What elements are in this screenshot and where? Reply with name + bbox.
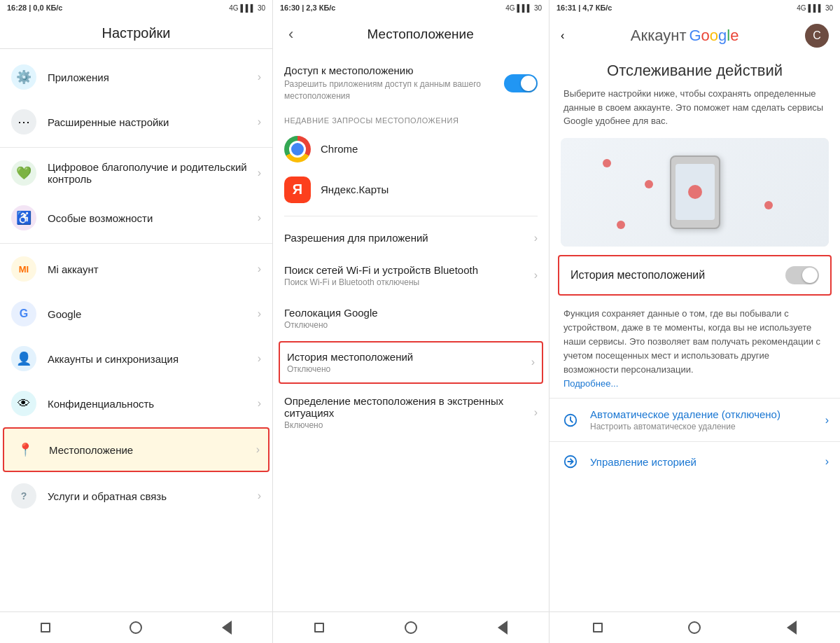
location-back-button[interactable]: ‹ <box>284 24 298 45</box>
privacy-icon: 👁 <box>11 391 36 416</box>
geolocation-text: Геолокация Google Отключено <box>284 307 538 330</box>
advanced-chevron: › <box>258 116 261 128</box>
status-time-settings: 16:28 | 0,0 КБ/с <box>7 4 62 12</box>
wifi-sub: Поиск Wi-Fi и Bluetooth отключены <box>284 277 534 287</box>
battery-icon-g: 30 <box>825 4 833 12</box>
settings-item-accessibility[interactable]: ♿ Особые возможности › <box>0 195 272 240</box>
manage-history-text: Управление историей <box>590 456 825 468</box>
emergency-text: Определение местоположения в экстренных … <box>284 395 534 430</box>
phone-illustration-container <box>670 155 720 229</box>
location-header: ‹ Местоположение <box>273 15 549 53</box>
nav-back-btn-l[interactable] <box>494 619 511 636</box>
location-wifi[interactable]: Поиск сетей Wi-Fi и устройств Bluetooth … <box>273 254 549 297</box>
chrome-app-icon <box>284 136 311 163</box>
history-location-toggle[interactable] <box>785 266 819 284</box>
services-label: Услуги и обратная связь <box>48 490 258 502</box>
status-icons-google: 4G ▌▌▌ 30 <box>797 4 833 12</box>
auto-delete-text: Автоматическое удаление (отключено) Наст… <box>590 408 825 431</box>
nav-recent-btn[interactable] <box>37 619 54 636</box>
map-pin-2 <box>645 180 653 188</box>
location-access-label: Доступ к местоположению Разрешить прилож… <box>284 64 504 102</box>
signal-icon-g: 4G <box>797 4 806 12</box>
accounts-label: Аккаунты и синхронизация <box>48 353 258 365</box>
google-logo: Google <box>689 27 738 45</box>
map-pin-1 <box>603 159 611 167</box>
manage-history-label: Управление историей <box>590 456 825 468</box>
nav-circle-icon-g <box>688 621 701 634</box>
history-sub: Отключено <box>287 364 531 374</box>
location-emergency[interactable]: Определение местоположения в экстренных … <box>273 385 549 440</box>
phone-illustration <box>670 155 720 229</box>
permissions-chevron: › <box>534 232 538 244</box>
settings-item-services[interactable]: ? Услуги и обратная связь › <box>0 473 272 518</box>
nav-back-btn-g[interactable] <box>783 619 800 636</box>
google-manage-history[interactable]: Управление историей › <box>550 441 840 481</box>
accounts-chevron: › <box>258 352 261 365</box>
signal-icon-l: 4G <box>505 4 514 12</box>
wifi-label: Поиск сетей Wi-Fi и устройств Bluetooth <box>284 264 534 276</box>
digital-chevron: › <box>258 167 261 179</box>
nav-home-btn[interactable] <box>127 619 144 636</box>
nav-triangle-icon-l <box>498 621 507 635</box>
settings-item-google[interactable]: G Google › <box>0 291 272 336</box>
google-info-text: Функция сохраняет данные о том, где вы п… <box>550 304 840 399</box>
more-link[interactable]: Подробнее... <box>564 378 618 389</box>
wifi-icon: ▌▌▌ <box>241 4 255 12</box>
manage-history-icon <box>561 452 580 471</box>
google-avatar[interactable]: С <box>805 24 829 48</box>
location-access-toggle[interactable] <box>504 74 538 92</box>
bottom-nav-settings <box>0 611 272 643</box>
status-bar-settings: 16:28 | 0,0 КБ/с 4G ▌▌▌ 30 <box>0 0 272 15</box>
recent-app-yandex: Я Яндекс.Карты <box>273 170 549 210</box>
settings-title: Настройки <box>0 15 272 48</box>
settings-item-privacy[interactable]: 👁 Конфиденциальность › <box>0 381 272 426</box>
google-auto-delete[interactable]: Автоматическое удаление (отключено) Наст… <box>550 398 840 441</box>
advanced-label: Расширенные настройки <box>48 116 258 128</box>
access-sub-label: Разрешить приложениям доступ к данным ва… <box>284 78 504 102</box>
accessibility-label: Особые возможности <box>48 212 258 224</box>
google-back-button[interactable]: ‹ <box>561 29 564 42</box>
location-chevron: › <box>256 443 260 456</box>
nav-recent-btn-g[interactable] <box>589 619 606 636</box>
location-list-divider <box>284 216 538 216</box>
history-text: История местоположений Отключено <box>287 351 531 374</box>
map-pin-3 <box>764 201 773 209</box>
digital-label: Цифровое благополучие и родительский кон… <box>48 161 258 185</box>
google-account-panel: 16:31 | 4,7 КБ/с 4G ▌▌▌ 30 ‹ Аккаунт Goo… <box>550 0 840 643</box>
services-icon: ? <box>11 483 36 509</box>
location-geolocation[interactable]: Геолокация Google Отключено <box>273 297 549 340</box>
signal-icon: 4G <box>229 4 238 12</box>
nav-recent-btn-l[interactable] <box>311 619 328 636</box>
geolocation-label: Геолокация Google <box>284 307 538 319</box>
nav-circle-icon <box>130 621 142 634</box>
location-icon: 📍 <box>13 437 38 462</box>
settings-item-mi[interactable]: MI Mi аккаунт › <box>0 247 272 291</box>
settings-item-location[interactable]: 📍 Местоположение › <box>3 427 270 472</box>
google-icon: G <box>11 301 36 326</box>
nav-home-btn-g[interactable] <box>686 619 703 636</box>
bottom-nav-google <box>550 611 840 643</box>
settings-item-accounts[interactable]: 👤 Аккаунты и синхронизация › <box>0 336 272 381</box>
battery-icon-l: 30 <box>534 4 542 12</box>
nav-back-btn[interactable] <box>218 619 235 636</box>
accessibility-chevron: › <box>258 212 261 224</box>
settings-divider <box>0 48 272 49</box>
status-bar-google: 16:31 | 4,7 КБ/с 4G ▌▌▌ 30 <box>550 0 840 15</box>
chrome-app-name: Chrome <box>321 143 358 155</box>
nav-circle-icon-l <box>405 621 417 634</box>
auto-delete-chevron: › <box>825 414 829 427</box>
privacy-label: Конфиденциальность <box>48 398 258 410</box>
mi-chevron: › <box>258 263 261 275</box>
settings-item-advanced[interactable]: ⋯ Расширенные настройки › <box>0 99 272 144</box>
geolocation-sub: Отключено <box>284 320 538 330</box>
auto-delete-sub: Настроить автоматическое удаление <box>590 422 825 431</box>
location-history[interactable]: История местоположений Отключено › <box>279 341 543 384</box>
history-toggle-section: История местоположений <box>558 255 832 296</box>
nav-home-btn-l[interactable] <box>402 619 419 636</box>
location-permissions[interactable]: Разрешения для приложений › <box>273 222 549 254</box>
settings-item-digital[interactable]: 💚 Цифровое благополучие и родительский к… <box>0 151 272 195</box>
privacy-chevron: › <box>258 397 261 410</box>
settings-item-apps[interactable]: ⚙️ Приложения › <box>0 55 272 99</box>
google-header: ‹ Аккаунт Google С <box>550 15 840 56</box>
location-label: Местоположение <box>49 444 256 456</box>
